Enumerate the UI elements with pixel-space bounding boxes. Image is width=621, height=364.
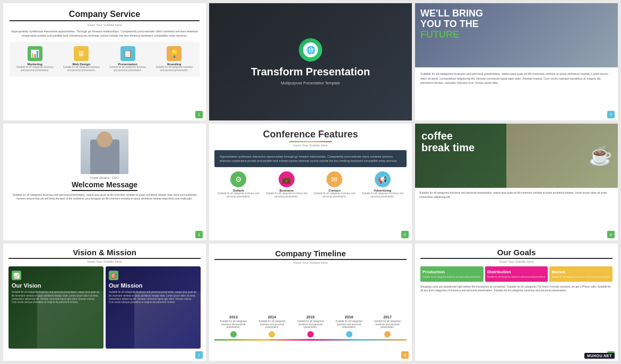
slide5-underline — [289, 141, 332, 142]
coffee-cup-icon: ☕ — [589, 144, 613, 167]
slide5-icon-default: ⚙ Default Suitable for all categories bu… — [217, 171, 260, 198]
slide3-body: Suitable for all categories business and… — [420, 72, 613, 85]
slide-timeline: Company Timeline Insert Your Subtitle He… — [209, 244, 412, 361]
webdesign-icon: 🖥 — [74, 46, 89, 61]
tl-item-2016: 2016 Suitable for all categories busines… — [332, 315, 366, 338]
tl-dot-1 — [230, 331, 237, 337]
market-title: Market — [551, 270, 610, 274]
tl-text-2: Suitable for all categories business and… — [255, 320, 289, 330]
tl-item-2013: 2013 Suitable for all categories busines… — [217, 315, 251, 338]
tl-dot-2 — [269, 331, 275, 337]
default-icon: ⚙ — [230, 171, 246, 187]
slide1-icon-marketing: 📊 Marketing Suitable for all categories … — [14, 46, 55, 72]
slide6-top: coffee break time ☕ — [415, 124, 618, 188]
slide-transform: 🌐 Transform Presentation Multipurpose Pr… — [209, 3, 412, 120]
business-icon: 💼 — [279, 171, 295, 187]
slide1-icon-branding: 💡 Branding Suitable for all categories b… — [154, 46, 195, 72]
market-text: Suitable for all categories business and… — [551, 275, 610, 278]
tl-dot-5 — [384, 331, 391, 337]
slide5-icon-business: 💼 Business Suitable for all categories b… — [265, 171, 308, 198]
slide4-title: Welcome Message — [72, 180, 137, 191]
person-name: Frank Sinatra . CEO — [90, 176, 119, 179]
tl-dot-4 — [346, 331, 352, 337]
slide5-banner: Appropriately synthesize interactive opp… — [214, 150, 407, 168]
slide2-subtitle: Multipurpose Presentation Template — [281, 81, 340, 85]
contact-desc: Suitable for all categories business and… — [313, 192, 356, 198]
slide1-num: 1 — [195, 111, 203, 118]
slide9-title: Our Goals — [420, 248, 613, 259]
tl-text-3: Suitable for all categories business and… — [294, 320, 327, 330]
slide-future: WE'LL BRING YOU TO THE FUTURE Suitable f… — [415, 3, 618, 120]
slide3-image: WE'LL BRING YOU TO THE FUTURE — [415, 3, 618, 67]
slide-grid: Company Service Insert Your Subtitle Her… — [0, 0, 621, 364]
slide5-banner-text: Appropriately synthesize interactive opp… — [220, 154, 401, 163]
tl-year-4: 2016 — [345, 315, 353, 319]
market-box: Market Suitable for all categories busin… — [549, 266, 613, 281]
person-head — [97, 132, 113, 148]
slide7-subtitle: Insert Your Subtitle Here — [8, 260, 201, 263]
slide1-icon-presentation: 📋 Presentation Suitable for all categori… — [107, 46, 148, 72]
advertising-desc: Suitable for all categories business and… — [361, 192, 404, 198]
tl-text-4: Suitable for all categories business and… — [332, 320, 366, 330]
tl-item-2017: 2017 Suitable for all categories busines… — [370, 315, 404, 338]
slide9-boxes: Production Suitable for all categories b… — [420, 266, 613, 281]
vision-title: Our Vision — [12, 282, 100, 289]
slide3-headline: WE'LL BRING YOU TO THE FUTURE — [420, 8, 483, 40]
distribution-title: Distribution — [487, 270, 546, 274]
slide2-main-title: Transform Presentation — [251, 66, 370, 78]
marketing-icon: 📊 — [28, 46, 42, 61]
watermark: MUHOU.NET — [584, 353, 615, 359]
marketing-desc: Suitable for all categories business and… — [14, 66, 55, 72]
production-box: Production Suitable for all categories b… — [420, 266, 484, 281]
tl-dot-3 — [307, 331, 314, 337]
coffee-line1: coffee — [421, 130, 453, 142]
webdesign-desc: Suitable for all categories business and… — [61, 66, 102, 72]
slide-goals: Our Goals Insert Your Subtitle Here Prod… — [415, 244, 618, 361]
slide-coffee: coffee break time ☕ Suitable for all cat… — [415, 124, 618, 241]
slide3-bottom: Suitable for all categories business and… — [415, 67, 618, 120]
headline-line1: WE'LL BRING — [420, 8, 483, 19]
contact-icon: ✉ — [326, 171, 342, 187]
slide9-bottom: Shopping carts are abandoned right befor… — [420, 285, 613, 292]
slide5-subtitle: Insert Your Subtitle Here — [214, 144, 407, 147]
slide8-subtitle: Insert Your Subtitle Here — [214, 261, 407, 264]
distribution-text: Suitable for all categories business and… — [487, 275, 546, 278]
mission-box: 🎯 Our Mission Suitable for all categorie… — [106, 266, 201, 349]
tl-text-5: Suitable for all categories business and… — [370, 320, 404, 330]
tl-item-2015: 2015 Suitable for all categories busines… — [294, 315, 327, 338]
branding-icon: 💡 — [167, 46, 182, 61]
slide7-title: Vision & Mission — [8, 248, 201, 259]
slide6-bottom: Suitable for all categories business and… — [415, 188, 618, 240]
slide-conference: Conference Features Insert Your Subtitle… — [209, 124, 412, 241]
tl-year-3: 2015 — [306, 315, 315, 319]
slide1-icon-webdesign: 🖥 Web Design Suitable for all categories… — [61, 46, 102, 72]
coffee-line2: break time — [421, 142, 475, 153]
person-body — [90, 140, 119, 174]
slide5-icon-contact: ✉ Contact Suitable for all categories bu… — [313, 171, 356, 198]
tl-text-1: Suitable for all categories business and… — [217, 320, 251, 330]
headline-future: FUTURE — [420, 29, 459, 40]
tl-year-2: 2014 — [268, 315, 277, 319]
slide6-num: 6 — [607, 231, 615, 238]
tl-year-1: 2013 — [229, 315, 238, 319]
presentation-icon: 📋 — [120, 46, 135, 61]
slide9-subtitle: Insert Your Subtitle Here — [420, 260, 613, 263]
slide1-icons: 📊 Marketing Suitable for all categories … — [10, 42, 200, 76]
slide3-num: 3 — [607, 111, 615, 118]
mission-title: Our Mission — [109, 282, 197, 289]
slide5-icon-advertising: 📢 Advertising Suitable for all categorie… — [361, 171, 404, 198]
slide8-title: Company Timeline — [214, 249, 407, 260]
slide8-num: 8 — [401, 351, 409, 359]
vision-box: 📈 Our Vision Suitable for all categories… — [8, 266, 104, 349]
mission-bg — [134, 291, 201, 349]
slide7-num: 7 — [195, 351, 203, 359]
slide4-num: 4 — [195, 231, 203, 238]
advertising-icon: 📢 — [375, 171, 391, 187]
slide4-body: Suitable for all categories business and… — [8, 193, 201, 201]
timeline-line — [214, 339, 407, 341]
vision-icon: 📈 — [12, 271, 21, 280]
tl-year-5: 2017 — [383, 315, 392, 319]
globe-icon: 🌐 — [299, 38, 322, 62]
business-desc: Suitable for all categories business and… — [265, 192, 308, 198]
distribution-box: Distribution Suitable for all categories… — [485, 266, 548, 281]
